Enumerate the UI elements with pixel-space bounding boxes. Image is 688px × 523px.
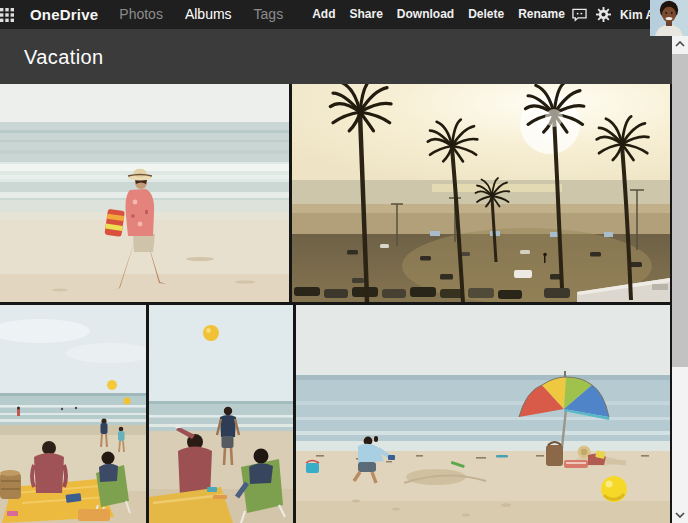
suite-bar: OneDrive Photos Albums Tags Add Share Do… (0, 0, 688, 29)
tab-photos[interactable]: Photos (108, 0, 174, 29)
onedrive-app: OneDrive Photos Albums Tags Add Share Do… (0, 0, 688, 523)
feedback-button[interactable] (572, 8, 587, 22)
add-button[interactable]: Add (305, 0, 342, 29)
scroll-up-button[interactable] (672, 36, 688, 52)
photo-palm-sunset[interactable] (292, 84, 670, 302)
photo-umbrella-beach[interactable] (296, 305, 670, 523)
page-title: Vacation (0, 29, 688, 86)
tab-tags[interactable]: Tags (243, 0, 295, 29)
chevron-up-icon (675, 41, 685, 47)
gear-icon (596, 7, 611, 22)
rename-button[interactable]: Rename (511, 0, 572, 29)
chevron-down-icon (675, 512, 685, 518)
photo-family-beach[interactable] (0, 305, 146, 523)
app-launcher-button[interactable] (0, 0, 14, 29)
brand-title[interactable]: OneDrive (30, 6, 98, 23)
primary-nav: Photos Albums Tags (108, 0, 294, 29)
album-header: Vacation (0, 29, 688, 84)
avatar-portrait (650, 0, 688, 36)
scroll-down-button[interactable] (672, 507, 688, 523)
vertical-scrollbar[interactable] (672, 36, 688, 523)
download-button[interactable]: Download (390, 0, 461, 29)
scrollbar-thumb[interactable] (672, 54, 688, 367)
photo-beach-closeup[interactable] (149, 305, 293, 523)
share-button[interactable]: Share (342, 0, 389, 29)
photo-beach-walk[interactable] (0, 84, 289, 302)
waffle-icon (0, 8, 14, 22)
tab-albums[interactable]: Albums (174, 0, 243, 29)
speech-bubble-icon (572, 8, 587, 22)
avatar[interactable] (650, 0, 688, 36)
photo-gallery (0, 84, 672, 523)
settings-button[interactable] (596, 7, 611, 22)
command-bar: Add Share Download Delete Rename (305, 0, 572, 29)
delete-button[interactable]: Delete (461, 0, 511, 29)
